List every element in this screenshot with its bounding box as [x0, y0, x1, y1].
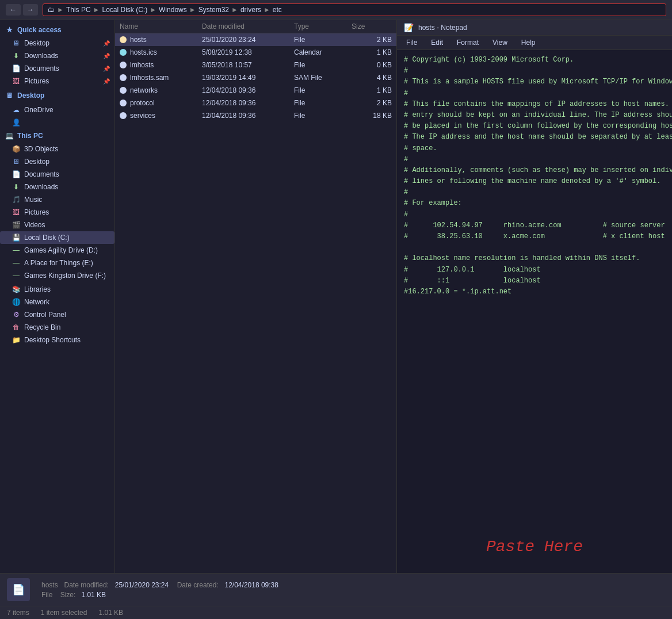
col-modified[interactable]: Date modified: [202, 22, 294, 30]
breadcrumb-etc[interactable]: etc: [273, 6, 282, 14]
sidebar-item-control-panel[interactable]: ⚙ Control Panel: [0, 308, 114, 321]
col-name[interactable]: Name: [120, 22, 202, 30]
sidebar: ★ Quick access 🖥 Desktop 📌 ⬇ Downloads 📌…: [0, 20, 115, 573]
file-modified: 5/08/2019 12:38: [202, 48, 294, 56]
person-icon: 👤: [12, 118, 21, 127]
file-type: File: [294, 112, 352, 120]
notepad-menu-format[interactable]: Format: [455, 37, 481, 48]
file-modified: 12/04/2018 09:36: [202, 112, 294, 120]
libraries-icon: 📚: [12, 285, 21, 294]
forward-button[interactable]: →: [23, 4, 38, 16]
file-list-body: hosts 25/01/2020 23:24 File 2 KB hosts.i…: [115, 33, 396, 573]
table-row[interactable]: hosts 25/01/2020 23:24 File 2 KB: [115, 33, 396, 46]
file-name-cell: lmhosts: [120, 61, 202, 69]
breadcrumb-localdisk[interactable]: Local Disk (C:): [102, 6, 147, 14]
sidebar-item-recycle-bin[interactable]: 🗑 Recycle Bin: [0, 321, 114, 334]
breadcrumb-drivers[interactable]: drivers: [240, 6, 261, 14]
sidebar-header-thispc[interactable]: 💻 This PC: [0, 129, 114, 143]
desktop-icon: 🖥: [12, 39, 21, 48]
sidebar-item-libraries[interactable]: 📚 Libraries: [0, 283, 114, 296]
breadcrumb-windows[interactable]: Windows: [159, 6, 187, 14]
back-button[interactable]: ←: [6, 4, 21, 16]
sidebar-item-place-for-things[interactable]: — A Place for Things (E:): [0, 257, 114, 269]
desktop2-icon: 🖥: [5, 91, 14, 100]
file-dot: [120, 62, 127, 68]
file-name: protocol: [130, 99, 155, 107]
breadcrumb-thispc[interactable]: This PC: [66, 6, 91, 14]
sidebar-item-games-agility[interactable]: — Games Agility Drive (D:): [0, 244, 114, 257]
file-name: networks: [130, 86, 158, 94]
sidebar-item-documents[interactable]: 📄 Documents 📌: [0, 62, 114, 75]
sidebar-item-desktop-shortcuts[interactable]: 📁 Desktop Shortcuts: [0, 334, 114, 346]
sidebar-section-thispc: 💻 This PC 📦 3D Objects 🖥 Desktop 📄 Docum…: [0, 129, 114, 282]
table-row[interactable]: lmhosts 3/05/2018 10:57 File 0 KB: [115, 59, 396, 71]
table-row[interactable]: hosts.ics 5/08/2019 12:38 Calendar 1 KB: [115, 46, 396, 59]
sidebar-header-quickaccess[interactable]: ★ Quick access: [0, 23, 114, 37]
breadcrumb-sep: ►: [57, 6, 64, 14]
notepad-menu-help[interactable]: Help: [519, 37, 538, 48]
file-type: Calendar: [294, 48, 352, 56]
file-name-cell: lmhosts.sam: [120, 74, 202, 82]
file-size: 1 KB: [352, 86, 392, 94]
notepad-menu-view[interactable]: View: [490, 37, 510, 48]
table-row[interactable]: lmhosts.sam 19/03/2019 14:49 SAM File 4 …: [115, 71, 396, 84]
right-pane: Name Date modified Type Size hosts 25/01…: [115, 20, 672, 573]
status-file-icon: 📄: [7, 578, 30, 601]
file-size: 1 KB: [352, 48, 392, 56]
file-size: 4 KB: [352, 74, 392, 82]
sidebar-item-downloads2[interactable]: ⬇ Downloads: [0, 181, 114, 193]
table-row[interactable]: protocol 12/04/2018 09:36 File 2 KB: [115, 97, 396, 109]
file-type: File: [294, 36, 352, 44]
item-count: 7 items: [7, 609, 29, 617]
table-row[interactable]: networks 12/04/2018 09:36 File 1 KB: [115, 84, 396, 97]
sidebar-item-desktop3[interactable]: 🖥 Desktop: [0, 155, 114, 168]
music-icon: 🎵: [12, 195, 21, 204]
file-name-cell: hosts.ics: [120, 48, 202, 56]
3dobjects-icon: 📦: [12, 144, 21, 154]
notepad-title: hosts - Notepad: [418, 24, 467, 32]
file-name: hosts: [130, 36, 147, 44]
breadcrumb-system32[interactable]: System32: [198, 6, 229, 14]
nav-arrows: ← →: [6, 4, 38, 16]
notepad-content[interactable]: # Copyright (c) 1993-2009 Microsoft Corp…: [397, 50, 672, 521]
sidebar-item-videos[interactable]: 🎬 Videos: [0, 219, 114, 231]
sidebar-item-person[interactable]: 👤: [0, 116, 114, 129]
breadcrumb[interactable]: 🗂 ► This PC ► Local Disk (C:) ► Windows …: [43, 3, 666, 16]
file-size: 2 KB: [352, 36, 392, 44]
sidebar-item-downloads[interactable]: ⬇ Downloads 📌: [0, 49, 114, 62]
network-icon: 🌐: [12, 297, 21, 307]
status-meta: File Size: 1.01 KB: [41, 591, 278, 599]
file-modified: 19/03/2019 14:49: [202, 74, 294, 82]
sidebar-item-pictures[interactable]: 🖼 Pictures 📌: [0, 75, 114, 87]
star-icon: ★: [5, 25, 14, 35]
status-details: hosts Date modified: 25/01/2020 23:24 Da…: [41, 580, 278, 599]
thispc-icon: 💻: [5, 131, 14, 140]
sidebar-item-documents2[interactable]: 📄 Documents: [0, 168, 114, 181]
sidebar-item-music[interactable]: 🎵 Music: [0, 193, 114, 206]
sidebar-item-games-kingston[interactable]: — Games Kingston Drive (F:): [0, 269, 114, 282]
col-type[interactable]: Type: [294, 22, 352, 30]
sidebar-item-3dobjects[interactable]: 📦 3D Objects: [0, 143, 114, 155]
file-size: 18 KB: [352, 112, 392, 120]
notepad-menu-file[interactable]: File: [404, 37, 419, 48]
onedrive-icon: ☁: [12, 105, 21, 114]
sidebar-item-desktop[interactable]: 🖥 Desktop 📌: [0, 37, 114, 49]
sidebar-item-pictures2[interactable]: 🖼 Pictures: [0, 206, 114, 219]
file-size: 0 KB: [352, 61, 392, 69]
status-filename: hosts Date modified: 25/01/2020 23:24 Da…: [41, 580, 278, 589]
videos-icon: 🎬: [12, 220, 21, 230]
sidebar-section-quickaccess: ★ Quick access 🖥 Desktop 📌 ⬇ Downloads 📌…: [0, 23, 114, 87]
sidebar-item-network[interactable]: 🌐 Network: [0, 296, 114, 308]
pictures-icon: 🖼: [12, 77, 21, 86]
desktop3-icon: 🖥: [12, 157, 21, 166]
status-bottom: 7 items 1 item selected 1.01 KB: [0, 606, 672, 619]
notepad-menu-edit[interactable]: Edit: [429, 37, 445, 48]
status-file-info: 📄 hosts Date modified: 25/01/2020 23:24 …: [0, 574, 672, 606]
sidebar-item-localdisk[interactable]: 💾 Local Disk (C:): [0, 231, 114, 244]
col-size[interactable]: Size: [352, 22, 392, 30]
documents2-icon: 📄: [12, 170, 21, 179]
table-row[interactable]: services 12/04/2018 09:36 File 18 KB: [115, 109, 396, 122]
sidebar-header-desktop[interactable]: 🖥 Desktop: [0, 89, 114, 102]
sidebar-item-onedrive[interactable]: ☁ OneDrive: [0, 104, 114, 116]
file-name-cell: services: [120, 112, 202, 120]
